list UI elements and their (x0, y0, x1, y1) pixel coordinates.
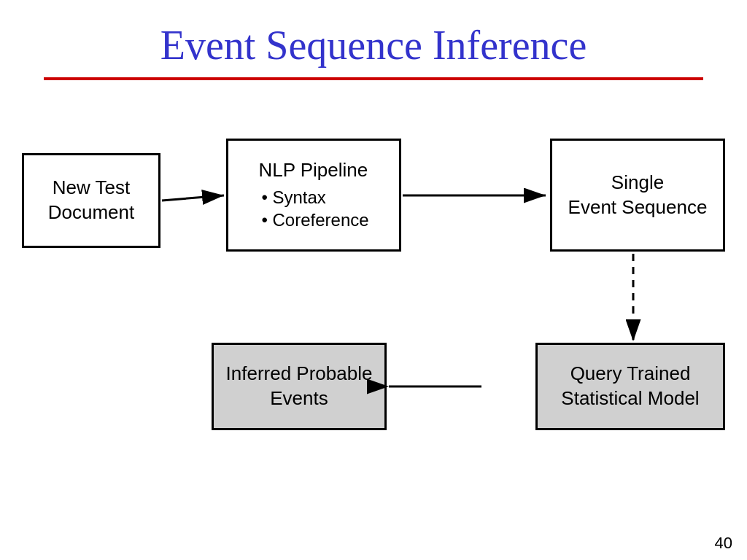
title-area: Event Sequence Inference (0, 0, 747, 80)
slide-container: Event Sequence Inference New Test Docume… (0, 0, 747, 560)
box-query-text: Query Trained Statistical Model (561, 362, 699, 411)
page-number: 40 (715, 534, 732, 553)
nlp-bullets: Syntax Coreference (258, 186, 368, 231)
arrow-1 (162, 195, 224, 201)
slide-title: Event Sequence Inference (29, 22, 718, 69)
box-single-event: Single Event Sequence (550, 139, 725, 252)
box-single-event-text: Single Event Sequence (568, 171, 708, 220)
box-inferred: Inferred Probable Events (212, 343, 387, 430)
box-query: Query Trained Statistical Model (535, 343, 725, 430)
nlp-bullet-1: Syntax (258, 186, 368, 209)
box-inferred-text: Inferred Probable Events (226, 362, 373, 411)
diagram-area: New Test Document NLP Pipeline Syntax Co… (0, 95, 747, 474)
nlp-bullet-2: Coreference (258, 209, 368, 231)
box-nlp-content: NLP Pipeline Syntax Coreference (247, 152, 380, 237)
box-nlp: NLP Pipeline Syntax Coreference (226, 139, 401, 252)
title-divider (44, 77, 703, 80)
nlp-title: NLP Pipeline (258, 158, 368, 183)
box-new-test: New Test Document (22, 153, 160, 248)
box-new-test-text: New Test Document (48, 176, 135, 225)
